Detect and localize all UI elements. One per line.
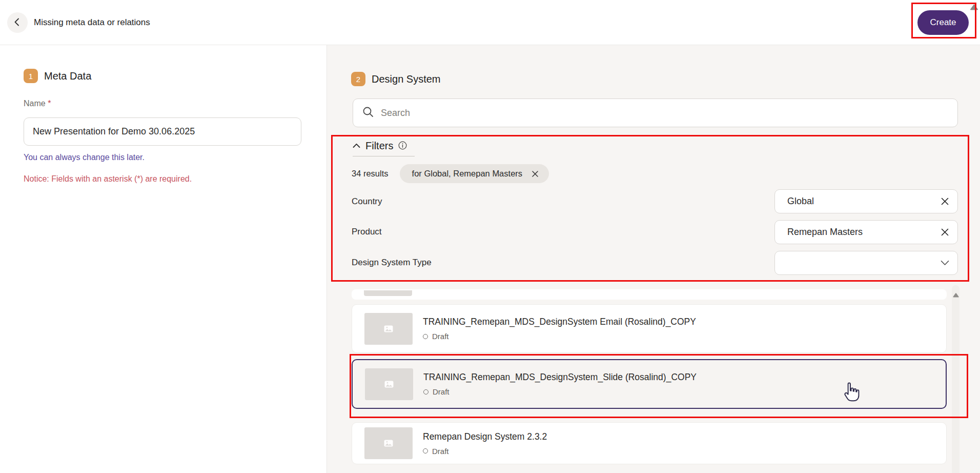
country-value: Global xyxy=(787,196,814,207)
meta-data-panel: 1 Meta Data Name * You can always change… xyxy=(0,45,326,473)
list-scrollbar-track[interactable] xyxy=(952,285,959,473)
required-asterisk: * xyxy=(48,99,51,108)
status-label: Draft xyxy=(432,332,449,341)
scroll-up-arrow-icon[interactable] xyxy=(970,3,978,12)
filter-label-country: Country xyxy=(352,196,382,207)
product-select[interactable]: Remepan Masters xyxy=(774,220,958,244)
search-input[interactable] xyxy=(381,108,948,119)
chip-label: for Global, Remepan Masters xyxy=(412,169,523,179)
image-placeholder-icon xyxy=(384,440,393,447)
list-item-selected[interactable]: TRAINING_Remepan_MDS_DesignSystem_Slide … xyxy=(352,359,947,409)
close-icon xyxy=(532,170,539,178)
name-label-text: Name xyxy=(24,99,46,108)
product-clear-button[interactable] xyxy=(941,228,949,236)
step-badge-2: 2 xyxy=(351,72,365,86)
filter-label-product: Product xyxy=(352,227,382,237)
status-label: Draft xyxy=(433,387,450,396)
chevron-down-icon xyxy=(941,259,949,268)
section-title-design-system: Design System xyxy=(372,73,441,85)
filters-toggle[interactable]: Filters xyxy=(353,140,407,152)
filter-label-design-system-type: Design System Type xyxy=(352,258,432,268)
search-box xyxy=(353,98,958,127)
status-dot-icon xyxy=(423,334,428,339)
design-system-type-select[interactable] xyxy=(774,251,958,275)
hint-text: You can always change this later. xyxy=(24,153,145,162)
list-item-partial[interactable] xyxy=(352,289,947,300)
results-row: 34 results for Global, Remepan Masters xyxy=(352,164,549,183)
list-item[interactable]: TRAINING_Remepan_MDS_DesignSystem Email … xyxy=(352,304,947,353)
status-badge: Draft xyxy=(423,387,697,396)
list-item-title: TRAINING_Remepan_MDS_DesignSystem_Slide … xyxy=(423,372,697,383)
top-bar: Missing meta data or relations Create xyxy=(0,0,980,45)
step-badge-1: 1 xyxy=(24,69,38,83)
notice-text: Notice: Fields with an asterisk (*) are … xyxy=(24,174,192,184)
create-button[interactable]: Create xyxy=(917,10,969,35)
thumbnail xyxy=(364,313,413,345)
name-input[interactable] xyxy=(24,117,301,146)
section-title-meta-data: Meta Data xyxy=(44,70,91,82)
info-icon[interactable] xyxy=(398,141,407,151)
design-system-panel: 2 Design System Filters 34 results for G… xyxy=(326,45,980,473)
active-filter-chip[interactable]: for Global, Remepan Masters xyxy=(400,164,549,183)
status-dot-icon xyxy=(423,448,428,454)
country-select[interactable]: Global xyxy=(774,189,958,213)
filters-underline xyxy=(353,156,415,156)
thumbnail xyxy=(365,368,413,400)
status-badge: Draft xyxy=(423,447,547,456)
chevron-left-icon xyxy=(13,17,22,28)
status-label: Draft xyxy=(432,447,449,456)
chevron-up-icon xyxy=(353,142,360,150)
list-scroll-up-arrow-icon[interactable] xyxy=(953,290,959,300)
product-value: Remepan Masters xyxy=(787,227,863,238)
name-label: Name * xyxy=(24,99,51,108)
country-clear-button[interactable] xyxy=(941,197,949,206)
list-item-title: Remepan Design System 2.3.2 xyxy=(423,431,547,442)
close-icon xyxy=(941,197,949,206)
chip-close-button[interactable] xyxy=(532,170,539,178)
list-item[interactable]: Remepan Design System 2.3.2 Draft xyxy=(352,422,947,464)
thumbnail-partial xyxy=(364,290,412,296)
page-title: Missing meta data or relations xyxy=(34,0,150,45)
results-count: 34 results xyxy=(352,169,389,179)
close-icon xyxy=(941,228,949,236)
filters-title: Filters xyxy=(365,140,393,152)
status-dot-icon xyxy=(423,389,428,395)
thumbnail xyxy=(364,427,413,459)
search-icon xyxy=(362,106,374,120)
image-placeholder-icon xyxy=(384,325,393,332)
status-badge: Draft xyxy=(423,332,696,341)
list-item-title: TRAINING_Remepan_MDS_DesignSystem Email … xyxy=(423,317,696,327)
back-button[interactable] xyxy=(7,12,28,33)
image-placeholder-icon xyxy=(384,381,394,388)
